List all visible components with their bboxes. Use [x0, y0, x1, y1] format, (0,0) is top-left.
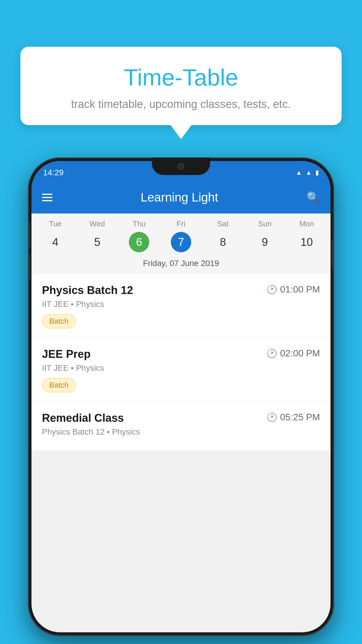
event-subtitle: IIT JEE • Physics	[42, 363, 320, 373]
calendar-day-col[interactable]: Sat8	[202, 219, 244, 252]
day-label: Sun	[258, 219, 271, 228]
day-number[interactable]: 4	[45, 232, 66, 252]
calendar-section: Tue4Wed5Thu6Fri7Sat8Sun9Mon10 Friday, 07…	[31, 214, 331, 274]
calendar-date-label: Friday, 07 June 2019	[31, 255, 331, 274]
event-title: Remedial Class	[42, 412, 124, 424]
calendar-day-col[interactable]: Thu6	[118, 219, 160, 252]
day-label: Fri	[177, 219, 185, 228]
wifi-icon: ▲	[296, 169, 302, 176]
clock-icon: 🕐	[266, 348, 277, 358]
events-list: Physics Batch 12🕐01:00 PMIIT JEE • Physi…	[31, 274, 331, 451]
hamburger-menu-button[interactable]	[42, 194, 52, 201]
batch-badge: Batch	[42, 378, 76, 392]
search-button[interactable]: 🔍	[306, 191, 320, 204]
calendar-days-row: Tue4Wed5Thu6Fri7Sat8Sun9Mon10	[31, 214, 331, 255]
day-label: Tue	[49, 219, 62, 228]
signal-icon: ▲	[305, 169, 312, 176]
phone-notch	[152, 158, 210, 175]
app-title: Learning Light	[61, 190, 298, 204]
event-item[interactable]: Remedial Class🕐05:25 PMPhysics Batch 12 …	[31, 401, 331, 451]
time-value: 02:00 PM	[280, 348, 320, 359]
day-label: Wed	[89, 219, 105, 228]
calendar-day-col[interactable]: Wed5	[76, 219, 118, 252]
calendar-day-col[interactable]: Tue4	[34, 219, 76, 252]
day-number[interactable]: 8	[213, 232, 233, 252]
phone-screen: 14:29 ▲ ▲ ▮ Learning Light 🔍	[31, 161, 331, 632]
volume-down-button[interactable]	[28, 254, 30, 280]
day-number[interactable]: 5	[87, 232, 108, 252]
phone-mockup: 14:29 ▲ ▲ ▮ Learning Light 🔍	[28, 158, 334, 636]
tooltip-title: Time-Table	[38, 64, 324, 91]
event-title: JEE Prep	[42, 348, 91, 360]
event-subtitle: Physics Batch 12 • Physics	[42, 427, 320, 437]
event-subtitle: IIT JEE • Physics	[42, 300, 320, 309]
battery-icon: ▮	[315, 169, 319, 176]
day-number[interactable]: 10	[296, 232, 317, 252]
event-time: 🕐01:00 PM	[266, 284, 320, 295]
day-number[interactable]: 6	[129, 232, 149, 252]
status-time: 14:29	[43, 168, 64, 177]
event-time: 🕐05:25 PM	[266, 412, 320, 423]
day-label: Sat	[217, 219, 229, 228]
calendar-day-col[interactable]: Sun9	[244, 219, 286, 252]
power-button[interactable]	[332, 239, 334, 268]
clock-icon: 🕐	[266, 412, 277, 422]
tooltip-subtitle: track timetable, upcoming classes, tests…	[38, 98, 324, 111]
clock-icon: 🕐	[266, 284, 277, 295]
volume-up-button[interactable]	[28, 222, 30, 248]
day-label: Mon	[299, 219, 314, 228]
day-label: Thu	[133, 219, 146, 228]
event-item[interactable]: Physics Batch 12🕐01:00 PMIIT JEE • Physi…	[31, 274, 331, 337]
event-title: Physics Batch 12	[42, 284, 133, 297]
status-icons: ▲ ▲ ▮	[296, 169, 319, 176]
event-item[interactable]: JEE Prep🕐02:00 PMIIT JEE • PhysicsBatch	[31, 337, 331, 401]
phone-frame: 14:29 ▲ ▲ ▮ Learning Light 🔍	[28, 158, 334, 636]
time-value: 05:25 PM	[280, 412, 320, 423]
day-number[interactable]: 9	[254, 232, 275, 252]
time-value: 01:00 PM	[280, 284, 320, 295]
tooltip-card: Time-Table track timetable, upcoming cla…	[20, 47, 342, 125]
app-bar: Learning Light 🔍	[31, 181, 331, 214]
calendar-day-col[interactable]: Mon10	[286, 219, 328, 252]
event-time: 🕐02:00 PM	[266, 348, 320, 359]
day-number[interactable]: 7	[171, 232, 191, 252]
batch-badge: Batch	[42, 314, 76, 328]
calendar-day-col[interactable]: Fri7	[160, 219, 202, 252]
camera-dot	[178, 163, 184, 169]
